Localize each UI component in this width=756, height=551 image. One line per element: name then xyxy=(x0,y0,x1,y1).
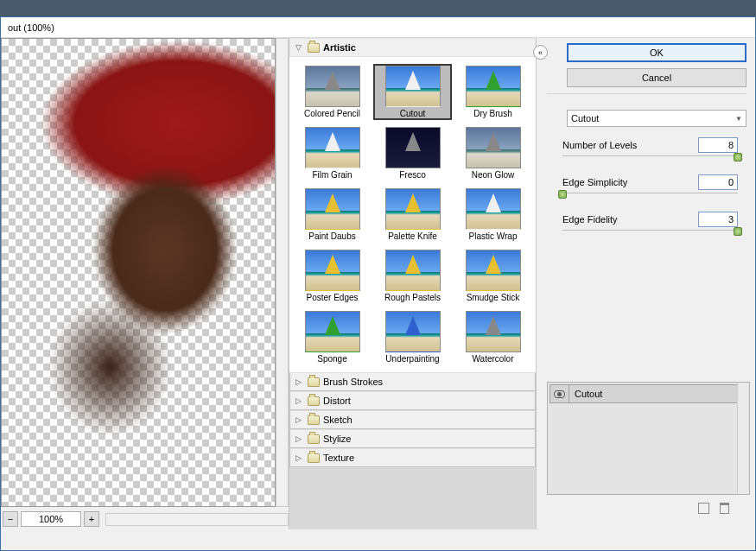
category-sketch[interactable]: ▷Sketch xyxy=(289,410,536,429)
collapse-panel-button[interactable]: « xyxy=(533,45,548,60)
title-text: out (100%) xyxy=(8,22,54,33)
filter-category-pane: ▽ Artistic Colored PencilCutoutDry Brush… xyxy=(289,38,537,529)
slider-thumb[interactable] xyxy=(734,153,742,162)
filter-thumb-palette-knife[interactable]: Palette Knife xyxy=(373,187,452,243)
disclosure-right-icon: ▷ xyxy=(295,453,304,462)
zoom-level-field[interactable]: 100% xyxy=(21,511,81,527)
filter-thumb-dry-brush[interactable]: Dry Brush xyxy=(454,64,532,120)
disclosure-right-icon: ▷ xyxy=(295,396,304,405)
ok-button[interactable]: OK xyxy=(567,43,746,62)
filter-thumb-sponge[interactable]: Sponge xyxy=(293,309,372,365)
filter-thumb-label: Neon Glow xyxy=(472,170,514,180)
category-distort[interactable]: ▷Distort xyxy=(289,391,536,410)
filter-thumb-cutout[interactable]: Cutout xyxy=(373,64,452,120)
filter-thumb-image xyxy=(466,127,521,168)
disclosure-down-icon: ▽ xyxy=(295,43,304,52)
param-input-0[interactable] xyxy=(698,137,738,153)
filter-thumb-image xyxy=(305,250,360,291)
slider-thumb[interactable] xyxy=(734,227,742,236)
filter-thumb-colored-pencil[interactable]: Colored Pencil xyxy=(293,64,372,120)
filter-thumb-smudge-stick[interactable]: Smudge Stick xyxy=(454,248,532,304)
folder-icon xyxy=(308,453,320,463)
category-label: Brush Strokes xyxy=(323,377,383,387)
category-label: Sketch xyxy=(323,415,353,425)
param-label: Edge Simplicity xyxy=(562,177,627,187)
filter-thumb-underpainting[interactable]: Underpainting xyxy=(373,309,452,365)
category-artistic[interactable]: ▽ Artistic xyxy=(289,38,536,57)
param-input-1[interactable] xyxy=(698,174,738,190)
param-label: Edge Fidelity xyxy=(562,214,618,225)
param-slider-2[interactable] xyxy=(562,230,738,235)
folder-icon xyxy=(308,434,320,444)
preview-canvas[interactable] xyxy=(1,38,276,507)
filter-thumb-rough-pastels[interactable]: Rough Pastels xyxy=(373,248,452,304)
filter-thumb-image xyxy=(385,311,441,352)
filter-thumb-label: Palette Knife xyxy=(388,231,437,241)
param-slider-1[interactable] xyxy=(562,193,738,198)
disclosure-right-icon: ▷ xyxy=(295,377,304,386)
filter-thumb-paint-daubs[interactable]: Paint Daubs xyxy=(293,187,372,243)
new-effect-layer-icon[interactable] xyxy=(698,503,709,514)
filter-thumb-label: Underpainting xyxy=(385,354,439,364)
filter-thumb-image xyxy=(466,66,521,107)
filter-thumb-image xyxy=(385,250,441,291)
preview-vertical-scrollbar[interactable] xyxy=(276,38,289,507)
param-label: Number of Levels xyxy=(562,140,637,150)
filter-thumb-label: Rough Pastels xyxy=(384,293,441,302)
disclosure-right-icon: ▷ xyxy=(295,415,304,424)
titlebar[interactable]: out (100%) xyxy=(1,17,755,38)
chevron-down-icon: ▼ xyxy=(735,115,742,123)
filter-gallery-dialog: out (100%) − 100% + ▽ Artistic Colored P… xyxy=(0,16,756,551)
visibility-eye-icon[interactable] xyxy=(554,390,565,398)
filter-thumbnail-grid: Colored PencilCutoutDry BrushFilm GrainF… xyxy=(289,57,536,372)
category-texture[interactable]: ▷Texture xyxy=(289,448,536,467)
category-label: Texture xyxy=(323,453,354,463)
category-stylize[interactable]: ▷Stylize xyxy=(289,429,536,448)
filter-thumb-label: Fresco xyxy=(399,170,426,180)
folder-icon xyxy=(308,396,320,406)
filter-select-value: Cutout xyxy=(571,113,599,124)
filter-thumb-label: Poster Edges xyxy=(306,293,358,302)
folder-icon xyxy=(308,415,320,425)
control-pane: « OK Cancel Cutout ▼ Number of LevelsEdg… xyxy=(537,38,755,529)
filter-thumb-image xyxy=(466,311,521,352)
slider-thumb[interactable] xyxy=(558,190,567,199)
filter-thumb-watercolor[interactable]: Watercolor xyxy=(454,309,532,365)
zoom-out-button[interactable]: − xyxy=(3,511,18,527)
layers-scrollbar[interactable] xyxy=(737,383,749,494)
cancel-button[interactable]: Cancel xyxy=(567,68,746,87)
filter-thumb-image xyxy=(385,188,441,230)
filter-thumb-label: Paint Daubs xyxy=(308,231,355,241)
filter-thumb-poster-edges[interactable]: Poster Edges xyxy=(293,248,372,304)
filter-thumb-fresco[interactable]: Fresco xyxy=(373,125,452,181)
effect-layer-label: Cutout xyxy=(569,389,602,399)
filter-thumb-plastic-wrap[interactable]: Plastic Wrap xyxy=(454,187,532,243)
filter-thumb-label: Watercolor xyxy=(473,354,514,364)
preview-horizontal-scrollbar[interactable] xyxy=(105,513,289,526)
category-brush-strokes[interactable]: ▷Brush Strokes xyxy=(289,372,536,391)
category-label: Stylize xyxy=(323,434,351,444)
filter-thumb-image xyxy=(305,311,360,352)
effect-layer-row[interactable]: Cutout xyxy=(550,384,747,403)
filter-thumb-image xyxy=(385,66,441,107)
filter-thumb-label: Colored Pencil xyxy=(304,109,360,118)
zoom-in-button[interactable]: + xyxy=(84,511,99,527)
filter-thumb-image xyxy=(466,188,521,230)
category-label: Distort xyxy=(323,396,351,406)
filter-thumb-neon-glow[interactable]: Neon Glow xyxy=(454,125,532,181)
delete-effect-layer-icon[interactable] xyxy=(720,503,729,514)
filter-thumb-film-grain[interactable]: Film Grain xyxy=(293,125,372,181)
filter-thumb-image xyxy=(305,127,360,168)
filter-thumb-image xyxy=(305,66,360,107)
filter-thumb-label: Smudge Stick xyxy=(467,293,520,302)
preview-pane: − 100% + xyxy=(1,38,289,529)
filter-thumb-label: Sponge xyxy=(317,354,346,364)
filter-select-dropdown[interactable]: Cutout ▼ xyxy=(567,110,746,127)
filter-thumb-image xyxy=(466,250,521,291)
disclosure-right-icon: ▷ xyxy=(295,434,304,443)
param-slider-0[interactable] xyxy=(562,155,738,161)
filter-thumb-label: Film Grain xyxy=(312,170,352,180)
filter-thumb-image xyxy=(305,188,360,230)
filter-thumb-image xyxy=(385,127,441,168)
param-input-2[interactable] xyxy=(698,212,738,227)
